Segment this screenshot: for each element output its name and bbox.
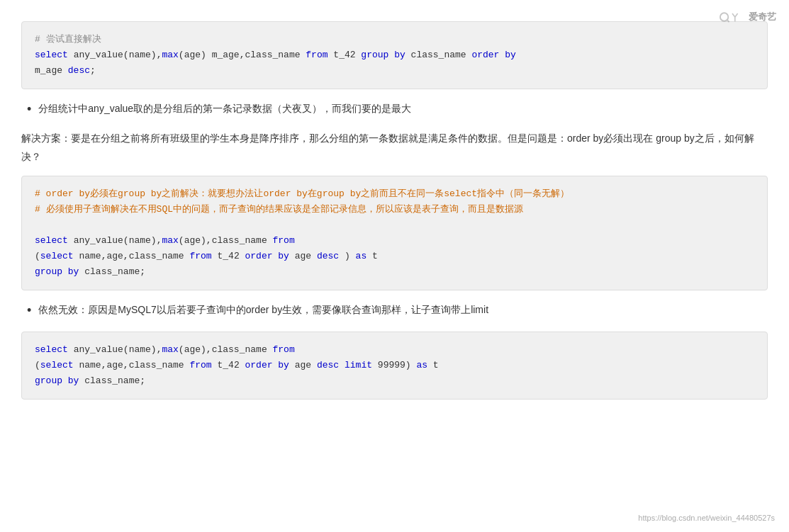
code-line-3-2: (select name,age,class_name from t_42 or…: [35, 358, 754, 373]
code-line-2-3: group by class_name;: [35, 264, 754, 280]
code-block-2: # order by必须在group by之前解决：就要想办法让order by…: [21, 176, 768, 291]
code-block-1: # 尝试直接解决 select any_value(name),max(age)…: [21, 21, 768, 89]
svg-line-1: [727, 20, 729, 22]
prose-text-1: 解决方案：要是在分组之前将所有班级里的学生本身是降序排序，那么分组的第一条数据就…: [21, 130, 768, 165]
footer-link: https://blog.csdn.net/weixin_44480527s: [638, 514, 775, 522]
code-line-3-1: select any_value(name),max(age),class_na…: [35, 342, 754, 358]
bullet-item-1: • 分组统计中any_value取的是分组后的第一条记录数据（犬夜叉），而我们要…: [21, 101, 768, 118]
code-line-2-1: select any_value(name),max(age),class_na…: [35, 233, 754, 249]
code-comment-2a: # order by必须在group by之前解决：就要想办法让order by…: [35, 186, 754, 202]
watermark: 爱奇艺: [719, 7, 776, 27]
bullet-dot-1: •: [27, 101, 31, 118]
code-block-3: select any_value(name),max(age),class_na…: [21, 332, 768, 400]
svg-line-2: [732, 13, 735, 17]
svg-line-3: [735, 13, 738, 17]
bullet-item-2: • 依然无效：原因是MySQL7以后若要子查询中的order by生效，需要像联…: [21, 302, 768, 319]
page-container: 爱奇艺 # 尝试直接解决 select any_value(name),max(…: [0, 0, 789, 532]
bullet-dot-2: •: [27, 302, 31, 319]
qiyi-logo: [719, 7, 746, 27]
code-line-3-3: group by class_name;: [35, 373, 754, 389]
code-line-1: select any_value(name),max(age) m_age,cl…: [35, 47, 754, 63]
code-comment-1: # 尝试直接解决: [35, 32, 754, 47]
bullet-text-1: 分组统计中any_value取的是分组后的第一条记录数据（犬夜叉），而我们要的是…: [38, 101, 411, 118]
code-line-2-2: (select name,age,class_name from t_42 or…: [35, 249, 754, 264]
watermark-brand: 爱奇艺: [749, 11, 776, 23]
code-comment-2b: # 必须使用子查询解决在不用SQL中的问题，而子查询的结果应该是全部记录信息，所…: [35, 202, 754, 217]
bullet-text-2: 依然无效：原因是MySQL7以后若要子查询中的order by生效，需要像联合查…: [38, 302, 488, 319]
code-line-2: m_age desc;: [35, 63, 754, 79]
